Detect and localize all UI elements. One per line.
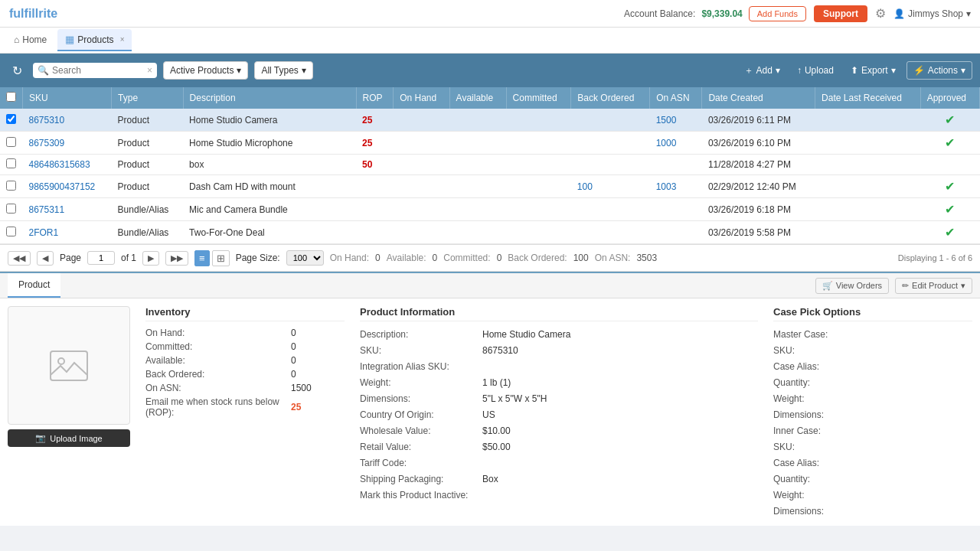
user-chevron-icon: ▾ — [966, 8, 971, 19]
case-pick-grid: Master Case: SKU: Case Alias: Quantity: … — [773, 328, 972, 518]
account-balance-label: Account Balance: — [624, 8, 695, 19]
pi-description-label: Description: — [360, 328, 482, 341]
row-checkbox-cell — [0, 132, 23, 155]
pi-mark-inactive-value — [482, 488, 758, 502]
edit-product-icon: ✏ — [902, 281, 909, 291]
case-alias-value — [842, 360, 972, 373]
table-row[interactable]: 8675310ProductHome Studio Camera25150003… — [0, 109, 980, 132]
top-bar: fulfillrite Account Balance: $9,339.04 A… — [0, 0, 980, 28]
case-weight-label: Weight: — [773, 392, 842, 406]
export-button[interactable]: ⬆ Export ▾ — [844, 62, 902, 79]
inner-weight-value — [842, 488, 972, 502]
row-date-last-received — [815, 155, 921, 175]
logo: fulfillrite — [9, 7, 57, 21]
add-funds-button[interactable]: Add Funds — [749, 6, 806, 21]
tab-close-icon[interactable]: × — [120, 35, 125, 44]
detail-panel: Product 🛒 View Orders ✏ Edit Product ▾ — [0, 272, 980, 526]
row-approved: ✔ — [920, 221, 979, 244]
camera-icon: 📷 — [35, 433, 46, 443]
pi-weight-value: 1 lb (1) — [482, 376, 758, 390]
search-input[interactable] — [52, 65, 144, 76]
row-description: Mic and Camera Bundle — [183, 198, 356, 221]
tab-products[interactable]: ▦ Products × — [57, 29, 132, 51]
pi-description-value: Home Studio Camera — [482, 328, 758, 341]
header-committed[interactable]: Committed — [506, 87, 571, 109]
table-row[interactable]: 9865900437152ProductDash Cam HD with mou… — [0, 175, 980, 198]
row-date-created: 11/28/2018 4:27 PM — [702, 155, 815, 175]
row-checkbox[interactable] — [6, 227, 16, 236]
header-rop[interactable]: ROP — [356, 87, 394, 109]
header-checkbox-col[interactable] — [0, 87, 23, 109]
upload-label: Upload — [805, 65, 834, 76]
row-available — [449, 109, 506, 132]
upload-button[interactable]: ↑ Upload — [791, 62, 840, 79]
gear-icon[interactable]: ⚙ — [875, 6, 886, 21]
header-type[interactable]: Type — [112, 87, 183, 109]
pi-sku-label: SKU: — [360, 344, 482, 357]
first-page-button[interactable]: ◀◀ — [8, 251, 31, 266]
last-page-button[interactable]: ▶▶ — [165, 251, 188, 266]
add-chevron-icon: ▾ — [776, 65, 780, 76]
table-row[interactable]: 486486315683Productbox5011/28/2018 4:27 … — [0, 155, 980, 175]
case-quantity-value — [842, 376, 972, 390]
user-menu[interactable]: 👤 Jimmys Shop ▾ — [893, 8, 971, 19]
pi-country-value: US — [482, 408, 758, 422]
tab-home[interactable]: ⌂ Home — [6, 30, 54, 51]
header-sku[interactable]: SKU — [23, 87, 112, 109]
export-label: Export — [861, 65, 888, 76]
page-size-select[interactable]: 100 50 25 — [286, 250, 324, 266]
pi-tariff-label: Tariff Code: — [360, 456, 482, 470]
support-button[interactable]: Support — [814, 5, 867, 22]
row-checkbox[interactable] — [6, 158, 16, 168]
row-checkbox[interactable] — [6, 137, 16, 147]
row-rop: 25 — [356, 132, 394, 155]
table-row[interactable]: 8675309ProductHome Studio Microphone2510… — [0, 132, 980, 155]
edit-product-button[interactable]: ✏ Edit Product ▾ — [895, 278, 972, 294]
all-types-filter[interactable]: All Types ▾ — [254, 61, 312, 80]
pi-tariff-value — [482, 456, 758, 470]
header-on-asn[interactable]: On ASN — [650, 87, 702, 109]
header-back-ordered[interactable]: Back Ordered — [571, 87, 650, 109]
actions-button[interactable]: ⚡ Actions ▾ — [906, 61, 972, 80]
pi-country-label: Country Of Origin: — [360, 408, 482, 422]
table-row[interactable]: 8675311Bundle/AliasMic and Camera Bundle… — [0, 198, 980, 221]
search-clear-icon[interactable]: × — [147, 65, 152, 76]
row-sku: 2FOR1 — [23, 221, 112, 244]
header-description[interactable]: Description — [183, 87, 356, 109]
table-row[interactable]: 2FOR1Bundle/AliasTwo-For-One Deal03/26/2… — [0, 221, 980, 244]
inventory-committed-value: 0 — [291, 341, 296, 352]
pi-shipping-value: Box — [482, 472, 758, 486]
header-on-hand[interactable]: On Hand — [394, 87, 449, 109]
row-checkbox[interactable] — [6, 114, 16, 124]
header-date-created[interactable]: Date Created — [702, 87, 815, 109]
active-products-filter[interactable]: Active Products ▾ — [163, 61, 248, 80]
row-committed — [506, 221, 571, 244]
row-date-created: 02/29/2012 12:40 PM — [702, 175, 815, 198]
inner-alias-value — [842, 456, 972, 470]
filter1-chevron-icon: ▾ — [237, 65, 241, 76]
tab-product-label: Product — [18, 279, 50, 290]
grid-view-button[interactable]: ⊞ — [212, 250, 230, 266]
user-avatar-icon: 👤 — [893, 8, 905, 19]
row-available — [449, 198, 506, 221]
header-date-last-received[interactable]: Date Last Received — [815, 87, 921, 109]
upload-image-button[interactable]: 📷 Upload Image — [8, 429, 130, 447]
header-approved[interactable]: Approved — [920, 87, 979, 109]
select-all-checkbox[interactable] — [6, 92, 16, 102]
inventory-on-asn-value: 1500 — [291, 383, 312, 393]
row-checkbox[interactable] — [6, 181, 16, 191]
product-info-title: Product Information — [360, 306, 758, 321]
header-available[interactable]: Available — [449, 87, 506, 109]
view-orders-button[interactable]: 🛒 View Orders — [815, 278, 889, 294]
list-view-button[interactable]: ≡ — [194, 250, 210, 266]
row-on-asn: 1000 — [650, 132, 702, 155]
prev-page-button[interactable]: ◀ — [37, 251, 54, 266]
tab-product[interactable]: Product — [8, 273, 60, 298]
row-sku: 9865900437152 — [23, 175, 112, 198]
page-number-input[interactable] — [87, 251, 115, 265]
refresh-button[interactable]: ↻ — [8, 62, 27, 80]
row-checkbox[interactable] — [6, 204, 16, 214]
row-on-asn — [650, 221, 702, 244]
add-button[interactable]: ＋ Add ▾ — [738, 61, 786, 80]
next-page-button[interactable]: ▶ — [142, 251, 159, 266]
